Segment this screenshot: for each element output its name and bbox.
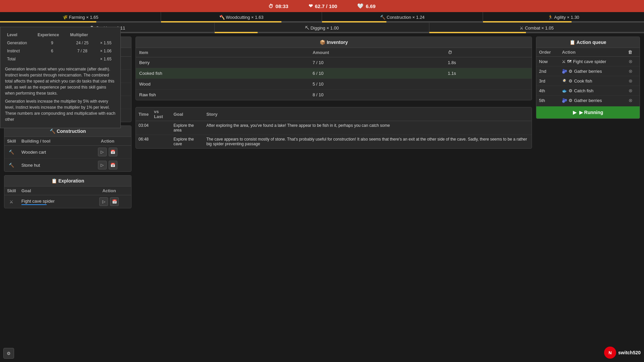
tooltip-gen-level: 9 (36, 39, 68, 47)
construction-play-cart[interactable]: ▷ (98, 148, 107, 156)
exploration-icon-spider: ⚔ (4, 195, 19, 208)
construction-actions-cart: ▷ 📅 (87, 148, 128, 156)
top-bar: ⏱ 08:33 ❤ 62.7 / 100 🤍 6.69 (0, 0, 644, 12)
queue-icon2-1: 🗺 (567, 59, 572, 64)
inventory-header: 📦 Inventory (136, 37, 532, 48)
exploration-play-spider[interactable]: ▷ (99, 197, 108, 206)
inventory-amount-cookedfish: 6 / 10 (309, 68, 444, 79)
log-time-2: 06:48 (136, 135, 151, 149)
log-col-time: Time (136, 107, 151, 121)
construction-schedule-hut[interactable]: 📅 (109, 161, 117, 169)
log-story-1: After exploring the area, you've found a… (204, 121, 532, 135)
tooltip-total-mult: × 1.65 (97, 55, 115, 63)
exploration-name-spider: Fight cave spider (19, 195, 87, 208)
queue-action-3: 🍳 ⚙ Cook fish (562, 79, 623, 84)
queue-icon1-4: 🐟 (562, 88, 567, 93)
log-card: Time vs Last Goal Story 03:04 Explore th… (136, 107, 532, 149)
queue-remove-1[interactable]: ⊗ (628, 59, 633, 64)
inventory-rate-berry: 1.8s (444, 57, 532, 68)
tooltip-inst-exp: 7 / 28 (69, 47, 96, 55)
stamina-icon: 🤍 (357, 3, 364, 9)
nintendo-label: switch520 (618, 350, 641, 355)
skill-tab-construction[interactable]: 🔨 Construction × 1.24 (322, 12, 483, 22)
queue-action-label-2: Gather berries (574, 69, 602, 74)
queue-action-label-5: Gather berries (574, 98, 602, 103)
exploration-table: Skill Goal Action ⚔ Fight cave spider (4, 187, 131, 208)
running-play-icon: ▶ (573, 110, 577, 115)
queue-icon2-4: ⚙ (569, 88, 573, 93)
right-panel: 📋 Action queue Order Action 🗑 Now ⚔ (536, 37, 640, 351)
table-row: Cooked fish 6 / 10 1.1s (136, 68, 532, 79)
inventory-col-amount: Amount (309, 48, 444, 57)
inventory-item-wood: Wood (136, 79, 309, 90)
queue-icon1-3: 🍳 (562, 79, 567, 84)
inventory-rate-wood (444, 79, 532, 90)
skill-tab-woodcutting[interactable]: 🪓 Woodcutting × 1.63 (161, 12, 322, 22)
inventory-amount-wood: 5 / 10 (309, 79, 444, 90)
log-vslast-1 (151, 121, 171, 135)
skills-row-top: 🌾 Farming × 1.65 🪓 Woodcutting × 1.63 🔨 … (0, 12, 644, 23)
construction-col-skill: Skill (4, 137, 19, 146)
gear-icon: ⚙ (7, 351, 11, 356)
queue-action-2: 🫐 ⚙ Gather berries (562, 69, 623, 74)
settings-button[interactable]: ⚙ (3, 348, 14, 359)
tooltip-gen-name: Generation (6, 39, 36, 47)
construction-play-hut[interactable]: ▷ (98, 161, 107, 169)
running-button[interactable]: ▶ ▶ Running (536, 106, 640, 118)
queue-icon1-2: 🫐 (562, 69, 567, 74)
construction-table: Skill Building / tool Action 🔨 Wooden ca… (4, 137, 131, 171)
skill-tab-combat[interactable]: ⚔ Combat × 1.05 (429, 23, 644, 33)
timer-display: ⏱ 08:33 (268, 3, 288, 9)
skill-tab-digging[interactable]: ⛏ Digging × 1.00 (215, 23, 429, 33)
clock-icon: ⏱ (268, 3, 273, 9)
inventory-amount-rawfish: 8 / 10 (309, 90, 444, 100)
log-story-2: The cave appears to consist mostly of st… (204, 135, 532, 149)
tooltip-total-level (36, 55, 68, 63)
tooltip-inst-name: Instinct (6, 47, 36, 55)
queue-col-remove: 🗑 (625, 48, 640, 57)
queue-order-2: 2nd (536, 66, 559, 76)
tooltip-total-name: Total (6, 55, 36, 63)
queue-remove-5[interactable]: ⊗ (628, 98, 633, 103)
middle-panel: 📦 Inventory Item Amount ⏱ Berry 7 / 10 1… (136, 37, 532, 351)
queue-icon1-5: 🫐 (562, 98, 567, 103)
queue-remove-2[interactable]: ⊗ (628, 68, 633, 74)
table-row: 06:48 Explore the cave The cave appears … (136, 135, 532, 149)
timer-value: 08:33 (275, 3, 288, 9)
skill-tab-farming[interactable]: 🌾 Farming × 1.65 (0, 12, 161, 22)
queue-remove-3[interactable]: ⊗ (628, 78, 633, 84)
skill-tab-agility[interactable]: 🏃 Agility × 1.30 (483, 12, 644, 22)
queue-remove-4[interactable]: ⊗ (628, 88, 633, 93)
tooltip-header-name: Level (6, 31, 36, 39)
log-vslast-2 (151, 135, 171, 149)
tooltip-inst-mult: × 1.06 (97, 47, 115, 55)
inventory-col-rate: ⏱ (444, 48, 532, 57)
action-queue-card: 📋 Action queue Order Action 🗑 Now ⚔ (536, 37, 640, 119)
tooltip-inst-level: 6 (36, 47, 68, 55)
tooltip-desc2: Generation levels increase the multiplie… (5, 98, 116, 122)
inventory-table: Item Amount ⏱ Berry 7 / 10 1.8s Cooked f… (136, 48, 532, 100)
exploration-col-goal: Goal (19, 187, 87, 195)
exploration-card: 📋 Exploration Skill Goal Action ⚔ Fight … (4, 175, 131, 208)
queue-action-label-3: Cook fish (574, 79, 592, 84)
tooltip-gen-exp: 24 / 25 (69, 39, 96, 47)
log-col-vslast: vs Last (151, 107, 171, 121)
queue-action-label-4: Catch fish (574, 88, 593, 93)
exploration-header: 📋 Exploration (4, 175, 131, 187)
log-time-1: 03:04 (136, 121, 151, 135)
queue-order-4: 4th (536, 86, 559, 96)
queue-col-order: Order (536, 48, 559, 57)
queue-order-3: 3rd (536, 76, 559, 86)
exploration-schedule-spider[interactable]: 📅 (110, 197, 119, 206)
construction-schedule-cart[interactable]: 📅 (109, 148, 117, 156)
tooltip-header-level: Experience (36, 31, 68, 39)
construction-name-cart: Wooden cart (19, 146, 84, 159)
queue-icon1-1: ⚔ (562, 59, 566, 64)
nintendo-logo-text: N (608, 350, 611, 355)
construction-actions-hut: ▷ 📅 (87, 161, 128, 169)
queue-action-4: 🐟 ⚙ Catch fish (562, 88, 623, 93)
inventory-col-item: Item (136, 48, 309, 57)
tooltip-desc1: Generation levels reset when you reincar… (5, 66, 116, 96)
skill-tooltip: Level Experience Multiplier Generation 9… (0, 27, 121, 128)
queue-col-action: Action (559, 48, 625, 57)
